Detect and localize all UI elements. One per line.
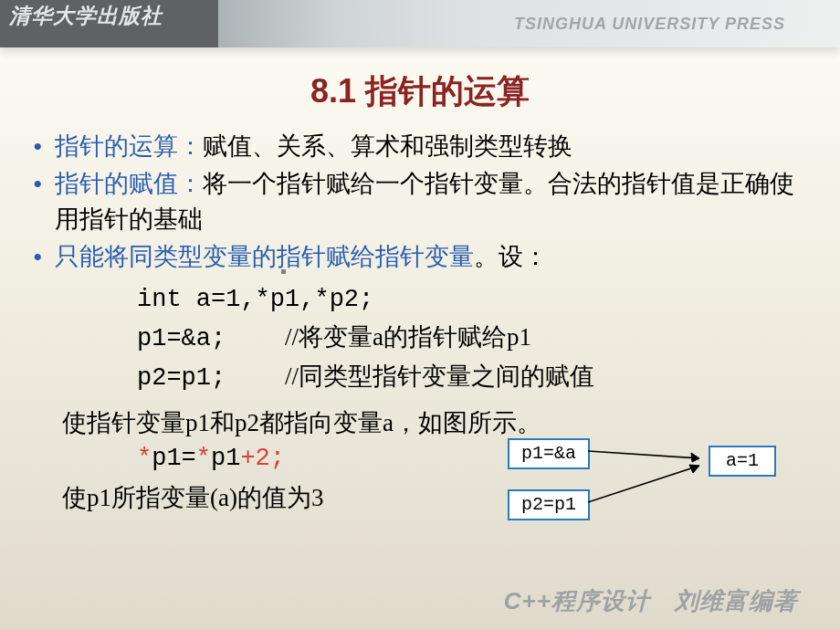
bullet-2-lead: 指针的赋值： bbox=[55, 170, 203, 197]
marker-dot bbox=[281, 269, 286, 274]
slide-title: 8.1 指针的运算 bbox=[0, 69, 840, 114]
code-line-1: int a=1,*p1,*p2; bbox=[137, 281, 840, 319]
explain-1: 使指针变量p1和p2都指向变量a，如图所示。 bbox=[62, 404, 840, 442]
arrow-p2-to-a bbox=[588, 460, 709, 511]
bullet-1-lead: 指针的运算： bbox=[55, 132, 203, 160]
svg-line-0 bbox=[588, 451, 699, 458]
bullet-1-rest: 赋值、关系、算术和强制类型转换 bbox=[203, 132, 572, 160]
diagram-box-p2: p2=p1 bbox=[508, 489, 590, 520]
code-line-3: p2=p1; //同类型指针变量之间的赋值 bbox=[137, 358, 840, 397]
code-block: int a=1,*p1,*p2; p1=&a; //将变量a的指针赋给p1 p2… bbox=[137, 281, 840, 397]
code-line-2: p1=&a; //将变量a的指针赋给p1 bbox=[137, 319, 840, 358]
bullet-list: 指针的运算：赋值、关系、算术和强制类型转换 指针的赋值：将一个指针赋给一个指针变… bbox=[27, 129, 805, 276]
expr-mid1: p1= bbox=[152, 445, 196, 472]
expr-tail: +2; bbox=[240, 445, 285, 472]
diagram-box-a: a=1 bbox=[709, 446, 776, 477]
diagram-box-p1: p1=&a bbox=[508, 438, 590, 469]
bullet-1: 指针的运算：赋值、关系、算术和强制类型转换 bbox=[27, 129, 805, 164]
code-line-2-code: p1=&a; bbox=[137, 325, 226, 352]
star-1: * bbox=[137, 445, 152, 472]
pointer-diagram: p1=&a p2=p1 a=1 bbox=[508, 438, 818, 530]
svg-line-2 bbox=[588, 466, 699, 502]
code-line-2-comment: //将变量a的指针赋给p1 bbox=[285, 323, 531, 351]
expr-mid2: p1 bbox=[211, 445, 240, 472]
publisher-name: 清华大学出版社 bbox=[9, 2, 163, 30]
bullet-3: 只能将同类型变量的指针赋给指针变量。设： bbox=[27, 239, 805, 275]
svg-marker-3 bbox=[689, 465, 699, 473]
footer-credit: C++程序设计 刘维富编著 bbox=[504, 585, 798, 617]
bullet-3-lead: 只能将同类型变量的指针赋给指针变量 bbox=[55, 243, 474, 270]
bullet-2: 指针的赋值：将一个指针赋给一个指针变量。合法的指针值是正确使用指针的基础 bbox=[27, 166, 805, 237]
code-line-3-comment: //同类型指针变量之间的赋值 bbox=[285, 362, 594, 390]
star-2: * bbox=[196, 445, 211, 472]
code-line-3-code: p2=p1; bbox=[137, 364, 226, 392]
bullet-3-rest: 。设： bbox=[474, 243, 548, 270]
header-bar: 清华大学出版社 TSINGHUA UNIVERSITY PRESS bbox=[0, 0, 840, 47]
publisher-en: TSINGHUA UNIVERSITY PRESS bbox=[514, 15, 785, 34]
